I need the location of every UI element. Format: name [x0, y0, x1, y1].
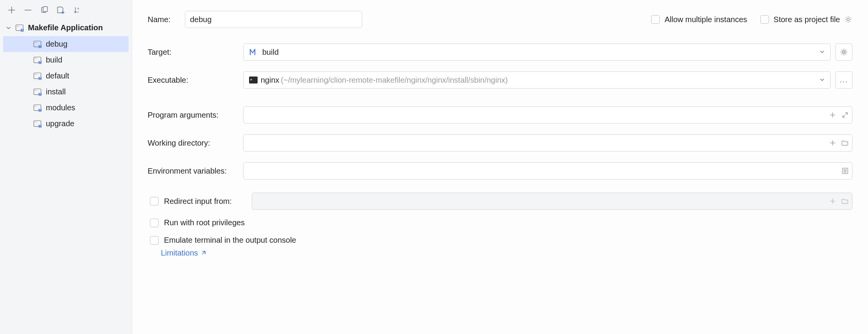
insert-macro-button[interactable]: [828, 139, 837, 147]
target-settings-button[interactable]: [835, 43, 852, 61]
env-vars-label: Environment variables:: [148, 167, 243, 176]
add-config-button[interactable]: [6, 5, 17, 16]
configurations-sidebar: az M Makefile Application M debug M: [0, 0, 132, 334]
makefile-icon: M: [33, 104, 43, 112]
tree-item-label: modules: [46, 103, 75, 112]
svg-point-6: [18, 26, 19, 26]
makefile-icon: M: [33, 120, 43, 128]
working-directory-label: Working directory:: [148, 139, 243, 148]
tree-item-debug[interactable]: M debug: [3, 36, 129, 52]
terminal-icon: [249, 77, 258, 84]
chevron-down-icon: [819, 76, 825, 85]
executable-path: (~/mylearning/clion-remote-makefile/ngin…: [281, 76, 508, 85]
svg-point-32: [847, 18, 849, 21]
tree-item-default[interactable]: M default: [3, 68, 129, 84]
tree-item-modules[interactable]: M modules: [3, 100, 129, 116]
chevron-down-icon: [5, 24, 12, 32]
tree-item-upgrade[interactable]: M upgrade: [3, 116, 129, 132]
makefile-target-icon: [249, 48, 258, 56]
svg-text:M: M: [38, 77, 42, 81]
tree-item-label: debug: [46, 40, 68, 49]
svg-point-29: [35, 122, 36, 122]
env-vars-input[interactable]: [243, 162, 852, 179]
config-tree: M Makefile Application M debug M build M: [0, 21, 132, 132]
store-as-project-checkbox[interactable]: [760, 15, 769, 24]
svg-point-30: [36, 122, 37, 122]
svg-text:a: a: [77, 7, 79, 10]
save-template-button[interactable]: [55, 5, 66, 16]
svg-point-25: [35, 106, 36, 106]
executable-browse-button[interactable]: ...: [835, 71, 852, 89]
tree-item-build[interactable]: M build: [3, 52, 129, 68]
executable-label: Executable:: [148, 76, 243, 85]
tree-item-label: default: [46, 71, 69, 80]
allow-multiple-group[interactable]: Allow multiple instances: [651, 15, 747, 24]
tree-parent-label: Makefile Application: [28, 23, 103, 32]
svg-text:M: M: [38, 92, 42, 97]
svg-point-17: [35, 74, 36, 75]
name-label: Name:: [148, 15, 185, 24]
svg-point-5: [17, 26, 18, 26]
makefile-icon: M: [33, 40, 43, 48]
expand-icon[interactable]: [841, 111, 849, 119]
program-arguments-input[interactable]: [243, 106, 852, 124]
tree-children: M debug M build M default M insta: [0, 35, 132, 132]
store-as-project-group[interactable]: Store as project file: [760, 15, 840, 24]
svg-point-13: [35, 58, 36, 59]
target-label: Target:: [148, 48, 243, 57]
executable-combo[interactable]: nginx (~/mylearning/clion-remote-makefil…: [243, 71, 831, 89]
sort-button[interactable]: az: [71, 5, 82, 16]
limitations-link-text: Limitations: [161, 249, 198, 257]
svg-point-22: [36, 90, 37, 90]
name-input[interactable]: [185, 11, 362, 28]
tree-parent-makefile-application[interactable]: M Makefile Application: [0, 21, 132, 35]
makefile-icon: M: [33, 56, 43, 64]
store-options-gear-icon[interactable]: [844, 15, 852, 24]
emulate-terminal-label: Emulate terminal in the output console: [164, 236, 296, 245]
insert-macro-button[interactable]: [828, 197, 837, 205]
copy-config-button[interactable]: [39, 5, 50, 16]
redirect-input-path: [252, 193, 852, 210]
tree-item-label: install: [46, 87, 66, 96]
chevron-down-icon: [819, 48, 825, 57]
program-arguments-label: Program arguments:: [148, 111, 243, 120]
config-form: Name: Allow multiple instances Store as …: [132, 0, 868, 334]
limitations-link[interactable]: Limitations: [148, 249, 206, 257]
tree-item-label: upgrade: [46, 119, 74, 128]
root-privileges-checkbox[interactable]: [150, 219, 159, 227]
svg-point-10: [36, 42, 37, 43]
tree-item-label: build: [46, 56, 62, 64]
makefile-icon: M: [33, 88, 43, 96]
svg-point-33: [843, 51, 845, 53]
svg-rect-1: [43, 7, 47, 12]
target-combo[interactable]: build: [243, 43, 831, 61]
allow-multiple-checkbox[interactable]: [651, 15, 660, 24]
tree-item-install[interactable]: M install: [3, 84, 129, 100]
root-privileges-label: Run with root privileges: [164, 218, 245, 227]
working-directory-input[interactable]: [243, 134, 852, 151]
folder-browse-icon[interactable]: [841, 139, 849, 147]
svg-point-21: [35, 90, 36, 90]
allow-multiple-label: Allow multiple instances: [664, 15, 747, 24]
remove-config-button[interactable]: [23, 5, 33, 16]
env-vars-edit-icon[interactable]: [841, 167, 849, 175]
target-value: build: [262, 48, 279, 57]
svg-point-26: [36, 106, 37, 106]
executable-name: nginx: [261, 76, 279, 85]
redirect-input-label: Redirect input from:: [164, 197, 246, 206]
svg-point-18: [36, 74, 37, 75]
svg-text:M: M: [38, 108, 42, 113]
makefile-icon: M: [16, 24, 25, 32]
svg-text:z: z: [77, 10, 79, 14]
redirect-input-checkbox[interactable]: [150, 197, 159, 205]
store-as-project-label: Store as project file: [774, 15, 840, 24]
svg-text:M: M: [38, 45, 42, 49]
svg-point-14: [36, 58, 37, 59]
external-link-icon: [200, 250, 206, 256]
insert-macro-button[interactable]: [828, 111, 837, 119]
svg-text:M: M: [38, 61, 42, 65]
svg-point-9: [35, 42, 36, 43]
emulate-terminal-checkbox[interactable]: [150, 236, 159, 245]
folder-browse-icon[interactable]: [841, 197, 849, 205]
makefile-icon: M: [33, 72, 43, 80]
